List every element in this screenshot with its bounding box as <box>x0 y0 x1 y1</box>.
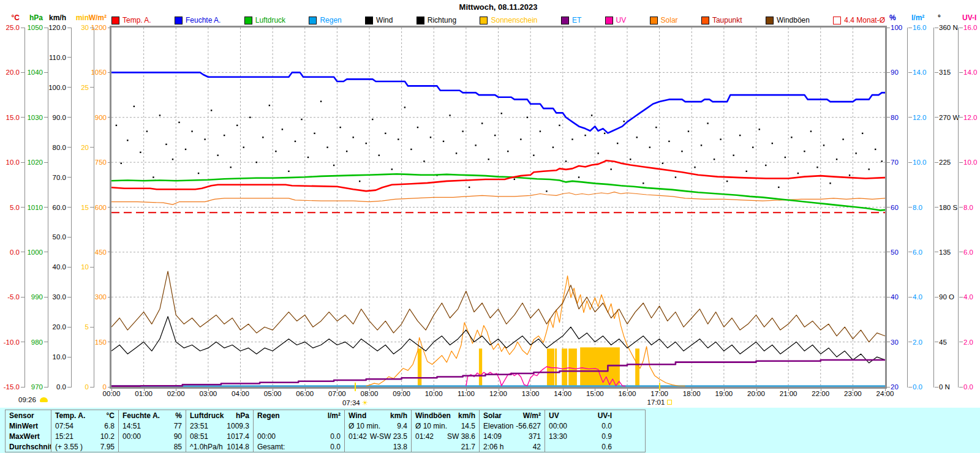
table-cell-value: hPa <box>236 411 249 420</box>
table-row-label: Durchschnitt <box>6 441 51 452</box>
axis-line-deg <box>933 28 934 387</box>
table-cell-text: Temp. A. <box>55 411 85 420</box>
axis-tick-hpa <box>44 72 48 73</box>
x-axis-tick <box>369 389 370 391</box>
axis-tick-min <box>90 267 94 268</box>
plot-frame <box>110 26 887 389</box>
luftdruck-swatch-icon <box>244 17 252 24</box>
table-cell-regen: Regenl/m² <box>253 410 344 421</box>
axis-line-lm2 <box>907 28 908 387</box>
weather-chart-screen: Mittwoch, 08.11.2023 Temp. A.Feuchte A.L… <box>0 0 980 453</box>
axis-tick-deg <box>935 252 938 252</box>
x-axis-tick <box>466 389 467 391</box>
axis-tick-label-uvi: 2.0 <box>963 338 980 346</box>
table-cell-value: 0.9 <box>601 432 641 441</box>
table-cell-text: Gesamt: <box>257 443 285 451</box>
table-cell-uv: 13:300.9 <box>545 431 645 441</box>
axis-tick-kmh <box>67 297 71 298</box>
x-axis-tick <box>853 389 853 391</box>
table-cell-value: 90 <box>174 432 182 441</box>
x-axis-tick <box>821 389 821 391</box>
x-axis-tick <box>660 389 660 391</box>
table-cell-value: 371 <box>529 432 541 441</box>
table-cell-value: SW 38.6 <box>447 432 475 441</box>
axis-tick-label-wm2: 1050 <box>75 68 107 77</box>
morning-time: 09:26 <box>18 396 48 403</box>
table-cell-luftdruck: LuftdruckhPa <box>186 410 253 421</box>
axis-tick-deg <box>935 28 938 28</box>
axis-tick-lm2 <box>908 387 912 387</box>
legend-item-temp-a: Temp. A. <box>111 16 151 24</box>
legend-item-richtung: Richtung <box>417 16 456 24</box>
axis-tick-label-uvi: 16.0 <box>963 23 980 32</box>
x-axis-tick <box>563 389 564 391</box>
axis-tick-min <box>90 327 94 328</box>
axis-tick-uvi <box>959 387 963 387</box>
table-cell-feuchte: 85 <box>118 441 186 452</box>
x-axis-tick <box>595 389 595 391</box>
sunrise-sun-icon: ☀ <box>362 399 368 406</box>
table-cell-luftdruck: ^1.0hPa/h1014.8 <box>186 441 253 452</box>
axis-tick-label-uvi: 4.0 <box>963 293 980 301</box>
table-cell-value: 0.0 <box>330 443 341 451</box>
legend-item-feuchte-a: Feuchte A. <box>175 16 221 24</box>
table-cell-text: 2:06 h <box>483 443 503 451</box>
table-cell-regen: Gesamt:0.0 <box>253 441 344 452</box>
axis-tick-label-wm2: 600 <box>75 203 107 212</box>
axis-tick-label-uvi: 12.0 <box>963 113 980 122</box>
legend-label-et: ET <box>572 16 581 24</box>
table-cell-wind: 01:42W-SW 23.5 <box>344 431 411 441</box>
table-cell-text: Wind <box>349 411 366 420</box>
legend-item-solar: Solar <box>650 16 678 24</box>
legend-label-wind: Wind <box>376 16 393 24</box>
axis-tick-label-min: 20 <box>57 143 89 152</box>
axis-tick-wm2 <box>108 252 111 252</box>
axis-tick-pct <box>886 387 890 387</box>
x-axis-tick <box>885 389 886 391</box>
x-axis-tick <box>434 389 434 391</box>
table-cell-text: (+ 3.55 ) <box>55 443 83 451</box>
axis-tick-label-kmh: 90.0 <box>34 113 66 122</box>
legend-label-feuchte-a: Feuchte A. <box>186 16 221 24</box>
table-cell-value: 85 <box>174 443 182 451</box>
legend-label-richtung: Richtung <box>428 16 456 24</box>
solar-swatch-icon <box>650 17 658 24</box>
table-cell-value: 0.0 <box>330 432 341 441</box>
wind-swatch-icon <box>365 17 373 24</box>
table-cell-value: 7.95 <box>100 443 115 451</box>
table-cell-value: km/h <box>458 411 475 420</box>
table-cell-value: km/h <box>390 411 407 420</box>
table-cell-value: -56.627 <box>516 422 541 430</box>
x-axis-tick <box>208 389 209 391</box>
feuchte-a-swatch-icon <box>175 17 183 24</box>
axis-tick-kmh <box>67 117 71 118</box>
axis-tick-label-wm2: 750 <box>75 158 107 167</box>
x-axis-tick <box>499 389 499 391</box>
legend-label-solar: Solar <box>661 16 678 24</box>
table-cell-luftdruck: 23:511009.3 <box>186 421 253 431</box>
axis-tick-uvi <box>959 162 963 163</box>
axis-tick-deg <box>935 207 938 208</box>
axis-line-uvi <box>958 28 959 387</box>
axis-tick-lm2 <box>908 342 912 342</box>
axis-tick-lm2 <box>908 252 912 252</box>
legend-item-luftdruck: Luftdruck <box>244 16 285 24</box>
legend-item-windboeen: Windböen <box>766 16 810 24</box>
axis-tick-label-min: 10 <box>57 263 89 271</box>
table-cell-text: Elevation <box>483 422 513 430</box>
table-cell-text: Solar <box>483 411 502 420</box>
axis-tick-min <box>90 147 94 148</box>
x-axis-tick <box>756 389 757 391</box>
axis-tick-pct <box>886 162 890 163</box>
axis-tick-label-uvi: 6.0 <box>963 248 980 256</box>
table-cell-solar: Elevation-56.627 <box>479 421 545 431</box>
legend-label-monatsmittel: 4.4 Monat-Ø <box>844 16 885 24</box>
table-cell-regen: 00:000.0 <box>253 431 344 441</box>
sunrise-time: 07:34☀ <box>335 399 375 407</box>
table-cell-solar: 14:09371 <box>479 431 545 441</box>
x-axis-tick <box>176 389 176 391</box>
taupunkt-swatch-icon <box>701 17 709 24</box>
x-axis-tick <box>144 389 145 391</box>
axis-tick-label-uvi: 8.0 <box>963 203 980 212</box>
table-cell-wind: Windkm/h <box>344 410 411 421</box>
